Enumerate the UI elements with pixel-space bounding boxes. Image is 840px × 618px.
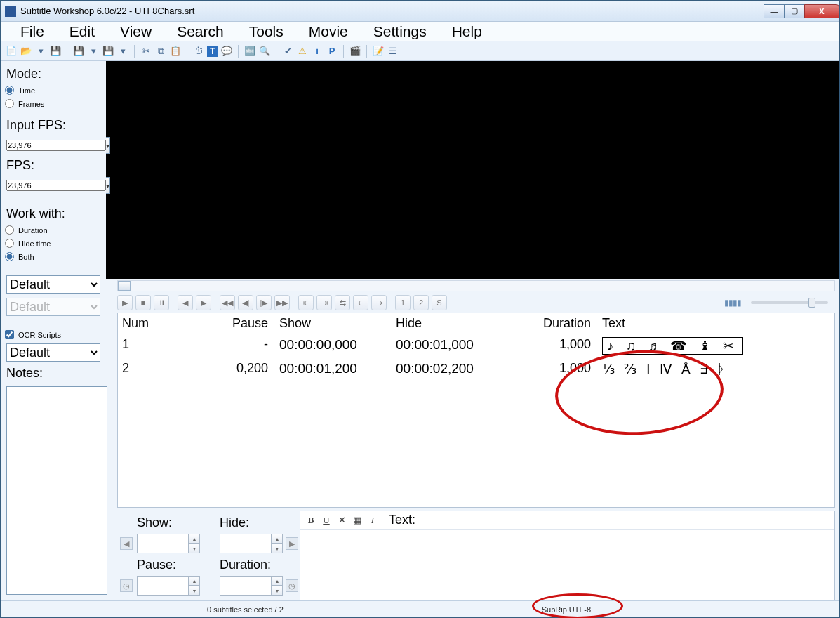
notes-icon[interactable]: 📝 <box>372 45 385 58</box>
chevron-down-icon[interactable]: ▾ <box>106 137 110 154</box>
color-button[interactable]: ▦ <box>351 514 364 527</box>
col-show[interactable]: Show <box>272 313 392 334</box>
spin-up-icon[interactable]: ▲ <box>272 534 283 544</box>
copy-icon[interactable]: ⧉ <box>154 45 167 58</box>
prev-sub-button[interactable]: ◀ <box>120 537 133 550</box>
open-icon[interactable]: 📂 <box>20 45 32 58</box>
menu-help[interactable]: Help <box>439 23 495 40</box>
underline-button[interactable]: U <box>320 514 333 527</box>
mode-frames-radio[interactable] <box>5 99 14 108</box>
notes-textarea[interactable] <box>6 386 107 595</box>
hide-field[interactable] <box>220 534 272 553</box>
ww-hide-radio[interactable] <box>5 239 14 248</box>
spin-down-icon[interactable]: ▼ <box>189 586 200 596</box>
spin-up-icon[interactable]: ▲ <box>189 576 200 586</box>
shift-right-button[interactable]: ⇢ <box>371 295 387 310</box>
mark-out-button[interactable]: ⇥ <box>316 295 332 310</box>
col-pause[interactable]: Pause <box>181 313 272 334</box>
combo-1[interactable]: Default <box>6 275 100 294</box>
fastfwd-button[interactable]: ▶▶ <box>274 295 290 310</box>
mark-in-button[interactable]: ⇤ <box>298 295 314 310</box>
search-icon[interactable]: 🔍 <box>258 45 271 58</box>
video-icon[interactable]: 🎬 <box>349 45 361 58</box>
save-icon[interactable]: 💾 <box>49 45 62 58</box>
mode-time-radio[interactable] <box>5 86 14 95</box>
mode-label: Mode: <box>6 67 107 81</box>
spin-up-icon[interactable]: ▲ <box>189 534 200 544</box>
menu-search[interactable]: Search <box>164 23 236 40</box>
spellcheck-icon[interactable]: ✔ <box>281 45 294 58</box>
combo-3[interactable]: Default <box>6 343 100 362</box>
shift-left-button[interactable]: ⇠ <box>353 295 368 310</box>
play-button[interactable]: ▶ <box>117 295 133 310</box>
point2-button[interactable]: 2 <box>413 295 429 310</box>
chevron-down-icon[interactable]: ▾ <box>34 45 47 58</box>
speech-icon[interactable]: 💬 <box>220 45 233 58</box>
stop-button[interactable]: ■ <box>135 295 151 310</box>
back-button[interactable]: ◀| <box>238 295 253 310</box>
show-field[interactable] <box>137 534 189 553</box>
ww-both-radio[interactable] <box>5 252 14 261</box>
col-duration[interactable]: Duration <box>525 313 595 334</box>
maximize-button[interactable]: ▢ <box>784 4 805 18</box>
next-button[interactable]: ▶ <box>196 295 211 310</box>
chevron-down-icon[interactable]: ▾ <box>87 45 100 58</box>
video-preview[interactable] <box>106 61 839 279</box>
translate-icon[interactable]: 🔤 <box>244 45 256 58</box>
bold-button[interactable]: B <box>305 514 317 527</box>
fps-field[interactable] <box>6 180 106 191</box>
apply-sync-button[interactable]: S <box>432 295 447 310</box>
ocr-checkbox[interactable] <box>5 330 14 339</box>
spin-down-icon[interactable]: ▼ <box>272 586 283 596</box>
ww-duration-radio[interactable] <box>5 225 14 235</box>
mode-frames-label: Frames <box>18 100 44 108</box>
list-icon[interactable]: ☰ <box>387 45 399 58</box>
pascal-icon[interactable]: P <box>326 45 338 58</box>
duration-field[interactable] <box>220 576 272 596</box>
spin-down-icon[interactable]: ▼ <box>272 544 283 553</box>
menu-tools[interactable]: Tools <box>236 23 296 40</box>
input-fps-field[interactable] <box>6 140 106 151</box>
spin-up-icon[interactable]: ▲ <box>272 576 283 586</box>
sync-button[interactable]: ⇆ <box>335 295 350 310</box>
clock-icon[interactable]: ◷ <box>120 579 133 592</box>
table-row[interactable]: 2 0,200 00:00:01,200 00:00:02,200 1,000 … <box>118 358 834 381</box>
menu-movie[interactable]: Movie <box>296 23 361 40</box>
menu-settings[interactable]: Settings <box>361 23 439 40</box>
rewind-button[interactable]: ◀◀ <box>220 295 235 310</box>
menu-file[interactable]: File <box>8 23 57 40</box>
col-num[interactable]: Num <box>118 313 181 334</box>
text-icon[interactable]: T <box>207 46 218 57</box>
new-icon[interactable]: 📄 <box>5 45 18 58</box>
video-seek-bar[interactable] <box>117 280 835 291</box>
chevron-down-icon[interactable]: ▾ <box>106 177 110 194</box>
table-row[interactable]: 1 - 00:00:00,000 00:00:01,000 1,000 ♪ ♫ … <box>118 334 834 358</box>
warning-icon[interactable]: ⚠ <box>296 45 309 58</box>
prev-button[interactable]: ◀ <box>178 295 193 310</box>
menu-view[interactable]: View <box>107 23 164 40</box>
timer-icon[interactable]: ⏱ <box>192 45 205 58</box>
pause-field[interactable] <box>137 576 189 596</box>
chevron-down-icon[interactable]: ▾ <box>116 45 129 58</box>
next-sub-button[interactable]: ▶ <box>286 537 298 550</box>
cut-icon[interactable]: ✂ <box>140 45 152 58</box>
col-text[interactable]: Text <box>595 313 834 334</box>
col-hide[interactable]: Hide <box>392 313 525 334</box>
combo-2[interactable]: Default <box>6 298 100 316</box>
fwd-button[interactable]: |▶ <box>256 295 272 310</box>
clear-format-button[interactable]: ✕ <box>335 514 348 527</box>
spin-down-icon[interactable]: ▼ <box>189 544 200 553</box>
subtitle-text-editor[interactable] <box>300 530 834 600</box>
menu-edit[interactable]: Edit <box>57 23 107 40</box>
save-orig-icon[interactable]: 💾 <box>72 45 85 58</box>
volume-slider[interactable] <box>751 301 828 304</box>
pause-button[interactable]: ⏸ <box>154 295 169 310</box>
paste-icon[interactable]: 📋 <box>169 45 182 58</box>
minimize-button[interactable]: — <box>764 4 785 18</box>
italic-button[interactable]: I <box>366 514 379 527</box>
close-button[interactable]: X <box>804 4 839 18</box>
info-icon[interactable]: i <box>311 45 324 58</box>
save-trans-icon[interactable]: 💾 <box>102 45 114 58</box>
clock-icon[interactable]: ◷ <box>286 579 298 592</box>
point1-button[interactable]: 1 <box>395 295 411 310</box>
